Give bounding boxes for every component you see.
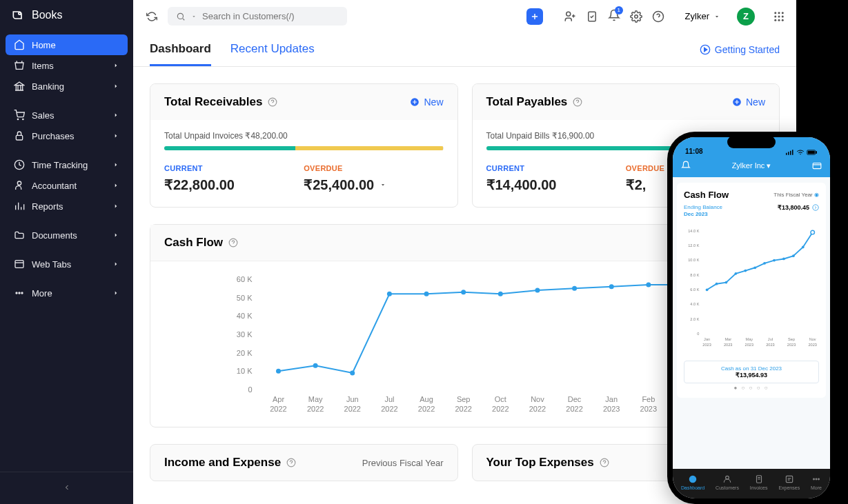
chevron-down-icon <box>379 181 386 188</box>
notifications-button[interactable]: 1 <box>608 9 620 24</box>
chevron-right-icon <box>112 232 119 239</box>
receivables-current-value: ₹22,800.00 <box>164 177 304 193</box>
receivables-overdue-value[interactable]: ₹25,400.00 <box>304 177 443 193</box>
bell-icon[interactable] <box>681 161 691 170</box>
svg-point-92 <box>706 288 709 291</box>
wifi-icon <box>796 150 805 155</box>
phone-tabbar: DashboardCustomersInvoicesExpensesMore <box>673 469 830 498</box>
sidebar-collapse[interactable] <box>0 472 133 504</box>
receivables-subtext: Total Unpaid Invoices ₹48,200.00 <box>164 131 444 141</box>
phone-tab-expenses[interactable]: Expenses <box>778 474 800 490</box>
chevron-down-icon <box>713 13 720 20</box>
refer-icon[interactable] <box>564 10 576 23</box>
info-icon[interactable] <box>600 458 609 467</box>
phone-tab-more[interactable]: More <box>811 474 822 490</box>
tab-dashboard[interactable]: Dashboard <box>150 32 211 66</box>
svg-text:14.0 K: 14.0 K <box>688 229 699 233</box>
bank-icon <box>14 81 25 92</box>
phone-tab-icon <box>785 474 794 484</box>
topbar: 1 Zylker Z <box>133 0 796 32</box>
help-icon[interactable] <box>652 10 664 23</box>
phone-tab-dashboard[interactable]: Dashboard <box>681 474 704 490</box>
sidebar-item-accountant[interactable]: Accountant <box>6 175 128 196</box>
info-icon[interactable] <box>268 97 277 107</box>
svg-text:2022: 2022 <box>270 405 286 413</box>
sidebar-item-web-tabs[interactable]: Web Tabs <box>6 254 128 274</box>
play-circle-icon <box>700 44 711 55</box>
phone-tab-customers[interactable]: Customers <box>716 474 739 490</box>
payables-new-button[interactable]: New <box>732 97 765 108</box>
chevron-right-icon <box>112 62 119 69</box>
svg-text:Nov: Nov <box>531 395 544 403</box>
svg-point-22 <box>778 19 780 21</box>
nav: HomeItemsBankingSalesPurchasesTime Track… <box>0 30 133 472</box>
svg-text:20 K: 20 K <box>237 349 253 357</box>
receivables-title: Total Receivables <box>164 95 277 109</box>
gear-icon[interactable] <box>630 10 642 23</box>
tabs: DashboardRecent Updates <box>150 32 315 66</box>
brand[interactable]: Books <box>0 0 133 30</box>
svg-text:8.0 K: 8.0 K <box>690 273 699 277</box>
sidebar-item-reports[interactable]: Reports <box>6 196 128 216</box>
sidebar-item-documents[interactable]: Documents <box>6 225 128 245</box>
svg-point-18 <box>774 15 776 17</box>
svg-point-19 <box>778 15 780 17</box>
sidebar-item-purchases[interactable]: Purchases <box>6 125 128 146</box>
wallet-icon[interactable] <box>812 161 822 170</box>
svg-rect-82 <box>813 163 821 169</box>
svg-point-7 <box>16 292 17 294</box>
sidebar-item-label: Reports <box>32 201 63 212</box>
receivables-card: Total Receivables New Total Unpaid Invoi… <box>150 83 458 208</box>
search-input[interactable] <box>202 11 339 21</box>
refresh-button[interactable] <box>144 9 159 24</box>
getting-started-link[interactable]: Getting Started <box>700 44 780 55</box>
svg-point-99 <box>773 259 776 262</box>
phone-cash-footer: Cash as on 31 Dec 2023 ₹13,954.93 <box>684 361 819 383</box>
info-icon[interactable] <box>286 458 296 467</box>
info-icon[interactable] <box>228 238 238 248</box>
apps-grid-icon[interactable] <box>773 10 785 23</box>
phone-fiscal[interactable]: This Fiscal Year ◉ <box>773 192 819 198</box>
info-icon[interactable] <box>573 97 582 107</box>
svg-text:2023: 2023 <box>766 343 774 347</box>
svg-point-100 <box>782 257 785 260</box>
phone-balance: ₹13,800.45 <box>778 204 809 211</box>
svg-point-101 <box>792 254 795 257</box>
phone-tab-invoices[interactable]: Invoices <box>750 474 768 490</box>
svg-text:0: 0 <box>697 332 699 336</box>
org-switcher[interactable]: Zylker <box>685 11 720 21</box>
income-expense-fiscal[interactable]: Previous Fiscal Year <box>362 458 444 468</box>
svg-point-39 <box>350 371 355 376</box>
receivables-new-button[interactable]: New <box>410 97 443 108</box>
svg-text:2.0 K: 2.0 K <box>690 317 699 321</box>
clipboard-icon[interactable] <box>586 10 598 23</box>
svg-point-21 <box>774 19 776 21</box>
add-button[interactable] <box>526 8 543 25</box>
sidebar-item-items[interactable]: Items <box>6 55 128 76</box>
avatar[interactable]: Z <box>737 8 755 26</box>
sidebar-item-label: Web Tabs <box>32 259 71 270</box>
sidebar-item-banking[interactable]: Banking <box>6 76 128 97</box>
svg-point-122 <box>818 478 820 480</box>
svg-point-94 <box>725 281 728 284</box>
tab-recent-updates[interactable]: Recent Updates <box>230 32 315 66</box>
svg-point-10 <box>177 13 183 19</box>
svg-text:2022: 2022 <box>566 405 582 413</box>
sidebar-item-more[interactable]: More <box>6 283 128 303</box>
top-expenses-title: Your Top Expenses <box>486 456 594 470</box>
chevron-right-icon <box>112 182 119 189</box>
svg-text:2022: 2022 <box>492 405 509 413</box>
sidebar-item-home[interactable]: Home <box>6 34 128 55</box>
svg-point-93 <box>716 283 718 285</box>
svg-point-47 <box>646 283 651 288</box>
phone-tab-icon <box>811 474 821 484</box>
sidebar-item-sales[interactable]: Sales <box>6 105 128 125</box>
chevron-right-icon <box>112 261 119 268</box>
chevron-right-circle-icon[interactable] <box>812 204 819 211</box>
svg-rect-81 <box>816 152 816 154</box>
notification-badge: 1 <box>615 6 623 14</box>
sidebar-item-time-tracking[interactable]: Time Tracking <box>6 154 128 175</box>
sidebar-item-label: Accountant <box>32 181 77 191</box>
search-box[interactable] <box>168 7 347 26</box>
svg-point-8 <box>19 292 20 294</box>
